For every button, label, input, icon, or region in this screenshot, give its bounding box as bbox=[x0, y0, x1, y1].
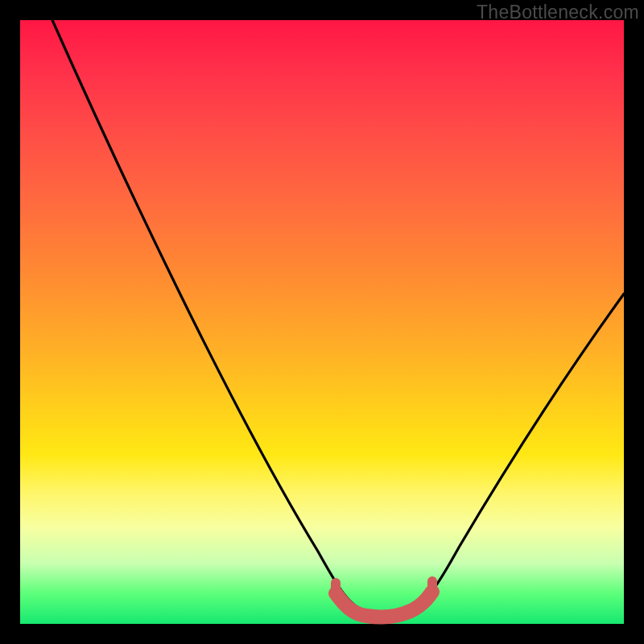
chart-frame: TheBottleneck.com bbox=[0, 0, 644, 644]
watermark-text: TheBottleneck.com bbox=[477, 2, 639, 23]
curve-layer bbox=[20, 20, 624, 624]
bottom-marker bbox=[336, 592, 432, 617]
bottleneck-curve bbox=[52, 20, 624, 615]
plot-background-gradient bbox=[20, 20, 624, 624]
